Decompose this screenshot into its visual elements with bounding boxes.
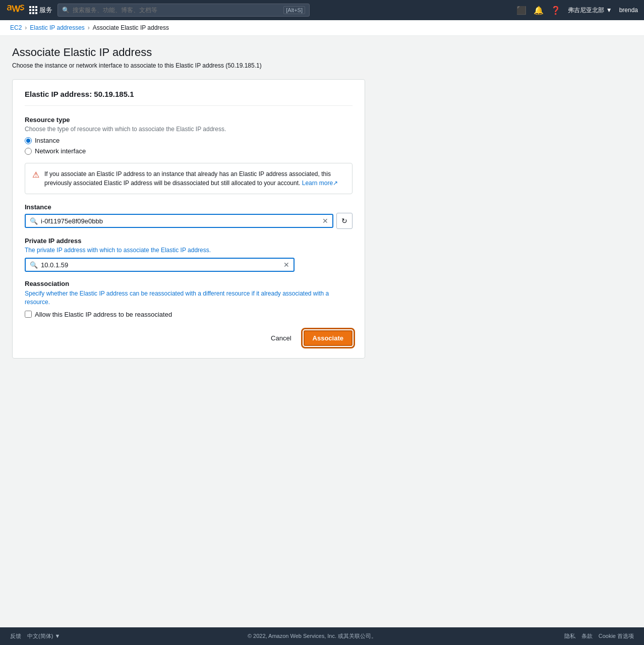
- warning-icon: ⚠: [32, 170, 39, 180]
- resource-type-section: Resource type Choose the type of resourc…: [25, 116, 353, 155]
- breadcrumb-elastic-ip[interactable]: Elastic IP addresses: [30, 24, 85, 31]
- instance-search-input[interactable]: [41, 217, 319, 225]
- private-ip-search-field[interactable]: 🔍 ✕: [25, 258, 295, 272]
- search-input[interactable]: [73, 7, 280, 14]
- instance-search-wrapper: 🔍 ✕ ↻: [25, 213, 353, 229]
- breadcrumb-current: Associate Elastic IP address: [93, 24, 169, 31]
- footer-right: 隐私 条款 Cookie 首选项: [564, 632, 634, 640]
- reassociation-checkbox-text: Allow this Elastic IP address to be reas…: [35, 311, 172, 318]
- nav-right: ⬛ 🔔 ❓ 弗吉尼亚北部 ▼ brenda: [516, 6, 638, 15]
- search-bar[interactable]: 🔍 [Alt+S]: [57, 4, 310, 17]
- resource-type-label: Resource type: [25, 116, 353, 124]
- reassociation-checkbox-label[interactable]: Allow this Elastic IP address to be reas…: [25, 311, 353, 318]
- radio-network-interface[interactable]: Network interface: [25, 147, 353, 155]
- footer-cookies[interactable]: Cookie 首选项: [599, 632, 634, 640]
- reassociation-section: Reassociation Specify whether the Elasti…: [25, 280, 353, 318]
- instance-refresh-button[interactable]: ↻: [336, 213, 353, 229]
- warning-text: If you associate an Elastic IP address t…: [44, 169, 345, 188]
- private-ip-input[interactable]: [41, 261, 280, 269]
- private-ip-field-section: Private IP address The private IP addres…: [25, 237, 353, 272]
- footer-copyright: © 2022, Amazon Web Services, Inc. 或其关联公司…: [248, 632, 377, 640]
- help-icon[interactable]: ❓: [551, 6, 561, 15]
- form-card: Elastic IP address: 50.19.185.1 Resource…: [12, 79, 365, 359]
- page-subtitle: Choose the instance or network interface…: [12, 62, 632, 69]
- breadcrumb-sep-2: ›: [88, 24, 90, 31]
- footer-feedback[interactable]: 反馈: [10, 632, 21, 640]
- radio-instance-input[interactable]: [25, 137, 32, 144]
- action-row: Cancel Associate: [25, 330, 353, 346]
- footer-terms[interactable]: 条款: [581, 632, 593, 640]
- radio-instance[interactable]: Instance: [25, 137, 353, 144]
- main-content: Associate Elastic IP address Choose the …: [0, 36, 644, 627]
- top-nav: 服务 🔍 [Alt+S] ⬛ 🔔 ❓ 弗吉尼亚北部 ▼ brenda: [0, 0, 644, 20]
- footer-language[interactable]: 中文(简体) ▼: [27, 632, 60, 640]
- instance-search-icon: 🔍: [30, 217, 38, 225]
- reassociation-desc: Specify whether the Elastic IP address c…: [25, 289, 353, 307]
- warning-box: ⚠ If you associate an Elastic IP address…: [25, 163, 353, 194]
- breadcrumb: EC2 › Elastic IP addresses › Associate E…: [0, 20, 644, 36]
- footer: 反馈 中文(简体) ▼ © 2022, Amazon Web Services,…: [0, 627, 644, 645]
- breadcrumb-ec2[interactable]: EC2: [10, 24, 22, 31]
- cloud-shell-icon[interactable]: ⬛: [516, 6, 526, 15]
- radio-network-interface-label: Network interface: [35, 147, 86, 155]
- footer-left: 反馈 中文(简体) ▼: [10, 632, 60, 640]
- region-selector[interactable]: 弗吉尼亚北部 ▼: [568, 6, 612, 15]
- user-menu[interactable]: brenda: [619, 7, 638, 14]
- services-label: 服务: [39, 6, 52, 15]
- services-menu[interactable]: 服务: [29, 6, 52, 15]
- aws-logo: [6, 5, 24, 16]
- resource-type-radio-group: Instance Network interface: [25, 137, 353, 155]
- instance-label: Instance: [25, 203, 353, 211]
- elastic-ip-title: Elastic IP address: 50.19.185.1: [25, 90, 353, 106]
- instance-field-section: Instance 🔍 ✕ ↻: [25, 203, 353, 229]
- breadcrumb-sep-1: ›: [25, 24, 27, 31]
- private-ip-clear-icon[interactable]: ✕: [283, 261, 289, 269]
- radio-instance-label: Instance: [35, 137, 60, 144]
- footer-privacy[interactable]: 隐私: [564, 632, 575, 640]
- page-title: Associate Elastic IP address: [12, 46, 632, 59]
- radio-network-interface-input[interactable]: [25, 148, 32, 155]
- private-ip-desc: The private IP address with which to ass…: [25, 247, 353, 254]
- instance-clear-icon[interactable]: ✕: [322, 217, 328, 225]
- private-ip-search-icon: 🔍: [30, 261, 38, 269]
- cancel-button[interactable]: Cancel: [265, 331, 297, 345]
- bell-icon[interactable]: 🔔: [534, 6, 544, 15]
- reassociation-label: Reassociation: [25, 280, 353, 287]
- search-icon: 🔍: [62, 7, 70, 14]
- resource-type-desc: Choose the type of resource with which t…: [25, 126, 353, 133]
- associate-button[interactable]: Associate: [304, 330, 353, 346]
- private-ip-label: Private IP address: [25, 237, 353, 245]
- search-hint: [Alt+S]: [283, 6, 305, 14]
- warning-message: If you associate an Elastic IP address t…: [44, 170, 331, 187]
- instance-search-field[interactable]: 🔍 ✕: [25, 214, 333, 228]
- reassociation-checkbox[interactable]: [25, 311, 32, 318]
- grid-icon: [29, 6, 37, 14]
- learn-more-link[interactable]: Learn more↗: [302, 180, 338, 187]
